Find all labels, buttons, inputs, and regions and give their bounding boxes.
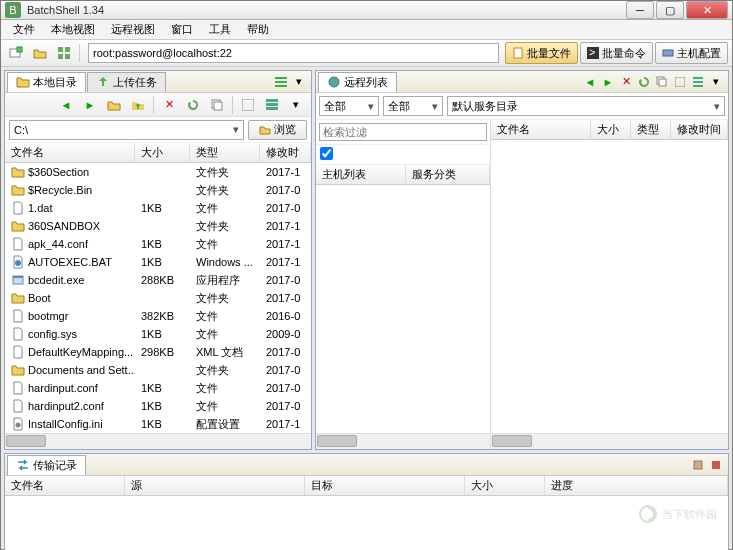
col-name[interactable]: 文件名 — [5, 476, 125, 495]
refresh-icon[interactable] — [636, 74, 652, 90]
delete-icon[interactable]: ✕ — [618, 74, 634, 90]
grid-icon[interactable] — [53, 42, 75, 64]
dropdown-icon[interactable]: ▾ — [291, 74, 307, 90]
svg-rect-7 — [65, 54, 70, 59]
view-dropdown-icon[interactable]: ▾ — [708, 74, 724, 90]
menu-file[interactable]: 文件 — [5, 20, 43, 39]
col-svc[interactable]: 服务分类 — [406, 165, 490, 184]
host-list[interactable] — [316, 185, 490, 433]
view-icon[interactable] — [672, 74, 688, 90]
transfer-list[interactable] — [5, 496, 728, 550]
hscrollbar[interactable] — [491, 433, 728, 449]
col-dst[interactable]: 目标 — [305, 476, 465, 495]
filter2-combo[interactable]: 全部 — [383, 96, 443, 116]
default-dir-combo[interactable]: 默认服务目录 — [447, 96, 725, 116]
folder-icon — [259, 124, 271, 136]
menu-remote-view[interactable]: 远程视图 — [103, 20, 163, 39]
copy-icon[interactable] — [654, 74, 670, 90]
path-combo[interactable]: C:\ — [9, 120, 244, 140]
col-size[interactable]: 大小 — [465, 476, 545, 495]
filter-checkbox[interactable] — [320, 147, 333, 160]
file-row[interactable]: $360Section文件夹2017-1 — [5, 163, 311, 181]
col-type[interactable]: 类型 — [631, 120, 671, 139]
svg-text:>: > — [589, 47, 595, 58]
copy-icon[interactable] — [206, 94, 228, 116]
col-host[interactable]: 主机列表 — [316, 165, 406, 184]
col-type[interactable]: 类型 — [190, 143, 260, 162]
view-icon[interactable] — [237, 94, 259, 116]
batch-file-button[interactable]: 批量文件 — [505, 42, 578, 64]
col-name[interactable]: 文件名 — [5, 143, 135, 162]
view2-icon[interactable] — [261, 94, 283, 116]
file-row[interactable]: AUTOEXEC.BAT1KBWindows ...2017-1 — [5, 253, 311, 271]
svg-rect-20 — [266, 107, 278, 110]
file-row[interactable]: Boot文件夹2017-0 — [5, 289, 311, 307]
folder-open-icon[interactable] — [103, 94, 125, 116]
local-panel: 本地目录 上传任务 ▾ ◄ ► ✕ — [4, 70, 312, 450]
file-row[interactable]: $Recycle.Bin文件夹2017-0 — [5, 181, 311, 199]
file-row[interactable]: Documents and Sett...文件夹2017-0 — [5, 361, 311, 379]
address-input[interactable] — [88, 43, 499, 63]
list-view-icon[interactable] — [273, 74, 289, 90]
address-bar — [88, 43, 499, 63]
up-icon[interactable] — [127, 94, 149, 116]
maximize-button[interactable]: ▢ — [656, 1, 684, 19]
svg-rect-27 — [659, 79, 666, 86]
menu-help[interactable]: 帮助 — [239, 20, 277, 39]
svg-rect-13 — [275, 81, 287, 83]
main-toolbar: 批量文件 >批量命令 主机配置 — [1, 40, 732, 67]
close-button[interactable]: ✕ — [686, 1, 728, 19]
host-config-button[interactable]: 主机配置 — [655, 42, 728, 64]
file-row[interactable]: apk_44.conf1KB文件2017-1 — [5, 235, 311, 253]
file-row[interactable]: bcdedit.exe288KB应用程序2017-0 — [5, 271, 311, 289]
filter1-combo[interactable]: 全部 — [319, 96, 379, 116]
menu-local-view[interactable]: 本地视图 — [43, 20, 103, 39]
list-view-icon[interactable] — [690, 74, 706, 90]
minimize-button[interactable]: ─ — [626, 1, 654, 19]
file-row[interactable]: DefaultKeyMapping...298KBXML 文档2017-0 — [5, 343, 311, 361]
tab-remote-list[interactable]: 远程列表 — [318, 72, 397, 92]
search-filter-input[interactable] — [319, 123, 487, 141]
stop-icon[interactable] — [708, 457, 724, 473]
file-row[interactable]: hardinput2.conf1KB文件2017-0 — [5, 397, 311, 415]
open-icon[interactable] — [29, 42, 51, 64]
remote-file-list[interactable] — [491, 140, 728, 433]
tab-local-dir[interactable]: 本地目录 — [7, 72, 86, 92]
forward-icon[interactable]: ► — [600, 74, 616, 90]
file-row[interactable]: config.sys1KB文件2009-0 — [5, 325, 311, 343]
col-mtime[interactable]: 修改时 — [260, 143, 311, 162]
svg-rect-29 — [693, 77, 703, 79]
new-tab-icon[interactable] — [5, 42, 27, 64]
menu-window[interactable]: 窗口 — [163, 20, 201, 39]
col-size[interactable]: 大小 — [135, 143, 190, 162]
hscrollbar[interactable] — [316, 433, 490, 449]
col-name[interactable]: 文件名 — [491, 120, 591, 139]
delete-icon[interactable]: ✕ — [158, 94, 180, 116]
col-mtime[interactable]: 修改时间 — [671, 120, 728, 139]
tab-upload-task[interactable]: 上传任务 — [87, 72, 166, 92]
back-icon[interactable]: ◄ — [582, 74, 598, 90]
svg-point-24 — [16, 423, 21, 428]
refresh-icon[interactable] — [182, 94, 204, 116]
local-file-list[interactable]: $360Section文件夹2017-1$Recycle.Bin文件夹2017-… — [5, 163, 311, 433]
file-row[interactable]: InstallConfig.ini1KB配置设置2017-1 — [5, 415, 311, 433]
clear-icon[interactable] — [690, 457, 706, 473]
hscrollbar[interactable] — [5, 433, 311, 449]
batch-cmd-button[interactable]: >批量命令 — [580, 42, 653, 64]
back-icon[interactable]: ◄ — [55, 94, 77, 116]
col-size[interactable]: 大小 — [591, 120, 631, 139]
menu-tools[interactable]: 工具 — [201, 20, 239, 39]
col-src[interactable]: 源 — [125, 476, 305, 495]
view-dropdown-icon[interactable]: ▾ — [285, 94, 307, 116]
tab-transfer-log[interactable]: 传输记录 — [7, 455, 86, 475]
col-progress[interactable]: 进度 — [545, 476, 728, 495]
file-row[interactable]: 360SANDBOX文件夹2017-1 — [5, 217, 311, 235]
forward-icon[interactable]: ► — [79, 94, 101, 116]
svg-rect-6 — [58, 54, 63, 59]
file-row[interactable]: 1.dat1KB文件2017-0 — [5, 199, 311, 217]
svg-rect-12 — [275, 77, 287, 79]
file-row[interactable]: hardinput.conf1KB文件2017-0 — [5, 379, 311, 397]
svg-rect-18 — [266, 99, 278, 102]
file-row[interactable]: bootmgr382KB文件2016-0 — [5, 307, 311, 325]
browse-button[interactable]: 浏览 — [248, 120, 307, 140]
